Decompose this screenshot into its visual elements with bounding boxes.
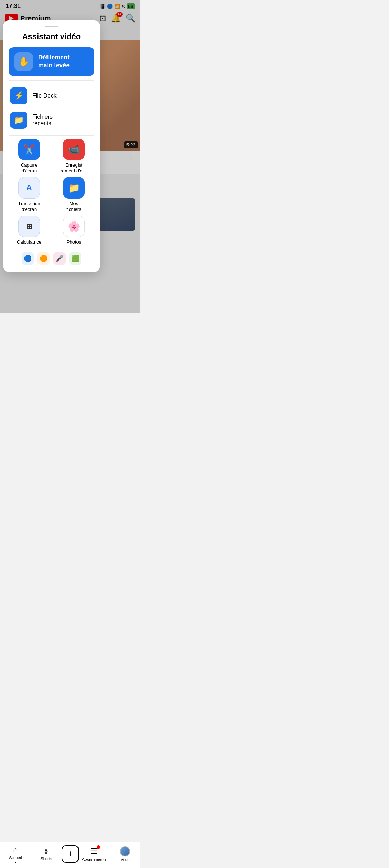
record-label: Enregistrement d'é… (61, 162, 87, 173)
photos-icon: 🌸 (63, 216, 85, 237)
capture-icon: ✂️ (18, 139, 40, 160)
more-apps-row: 🔵 🟠 🎤 🟩 (9, 249, 94, 267)
divider-1 (9, 80, 94, 81)
assistant-panel: Assistant vidéo ✋ Défilementmain levée ⚡… (3, 20, 100, 272)
mini-app-1[interactable]: 🔵 (22, 252, 34, 265)
files-icon: 📁 (63, 177, 85, 199)
mini-app-2[interactable]: 🟠 (37, 252, 50, 265)
panel-handle (45, 26, 58, 27)
calculatrice-item[interactable]: ⊞ Calculatrice (9, 216, 50, 245)
photos-label: Photos (67, 239, 81, 245)
featured-label: Défilementmain levée (38, 54, 70, 69)
files-label: Mesfichiers (66, 201, 81, 212)
assistant-featured-item[interactable]: ✋ Défilementmain levée (9, 47, 94, 76)
file-dock-item[interactable]: ⚡ File Dock (9, 83, 94, 108)
translate-label: Traductiond'écran (18, 201, 40, 212)
hand-scroll-icon: ✋ (14, 52, 33, 71)
file-dock-icon: ⚡ (10, 87, 27, 104)
divider-2 (9, 135, 94, 136)
capture-label: Captured'écran (21, 162, 37, 173)
recent-files-label: Fichiersrécents (32, 114, 53, 127)
file-dock-label: File Dock (32, 92, 57, 99)
calc-icon: ⊞ (18, 216, 40, 237)
record-icon: 📹 (63, 139, 85, 160)
translate-icon: A (18, 177, 40, 199)
enregistrement-item[interactable]: 📹 Enregistrement d'é… (53, 139, 94, 173)
assistant-title: Assistant vidéo (9, 32, 94, 41)
calc-label: Calculatrice (17, 239, 41, 245)
photos-item[interactable]: 🌸 Photos (53, 216, 94, 245)
assistant-grid: ✂️ Captured'écran 📹 Enregistrement d'é… … (9, 139, 94, 245)
recent-files-item[interactable]: 📁 Fichiersrécents (9, 108, 94, 132)
traduction-item[interactable]: A Traductiond'écran (9, 177, 50, 212)
capture-ecran-item[interactable]: ✂️ Captured'écran (9, 139, 50, 173)
mini-app-4[interactable]: 🟩 (69, 252, 81, 265)
mini-app-3[interactable]: 🎤 (53, 252, 66, 265)
mes-fichiers-item[interactable]: 📁 Mesfichiers (53, 177, 94, 212)
recent-files-icon: 📁 (10, 112, 27, 129)
